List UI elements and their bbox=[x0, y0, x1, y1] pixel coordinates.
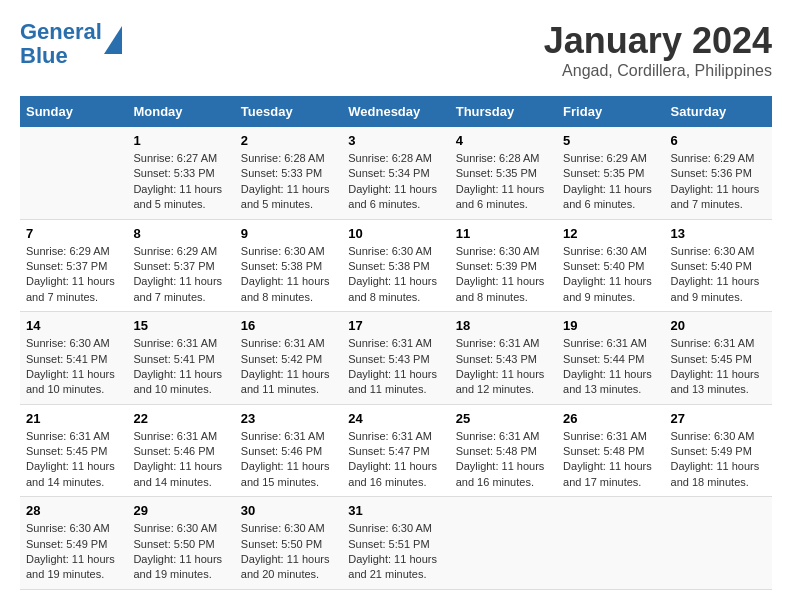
day-number: 24 bbox=[348, 411, 443, 426]
sunrise-text: Sunrise: 6:31 AM bbox=[671, 337, 755, 349]
daylight-text: Daylight: 11 hours and 9 minutes. bbox=[671, 275, 760, 302]
calendar-cell: 12 Sunrise: 6:30 AM Sunset: 5:40 PM Dayl… bbox=[557, 219, 664, 312]
calendar-cell: 19 Sunrise: 6:31 AM Sunset: 5:44 PM Dayl… bbox=[557, 312, 664, 405]
day-number: 19 bbox=[563, 318, 658, 333]
calendar-cell: 10 Sunrise: 6:30 AM Sunset: 5:38 PM Dayl… bbox=[342, 219, 449, 312]
sunrise-text: Sunrise: 6:31 AM bbox=[348, 430, 432, 442]
day-info: Sunrise: 6:31 AM Sunset: 5:44 PM Dayligh… bbox=[563, 336, 658, 398]
daylight-text: Daylight: 11 hours and 8 minutes. bbox=[241, 275, 330, 302]
daylight-text: Daylight: 11 hours and 11 minutes. bbox=[241, 368, 330, 395]
sunset-text: Sunset: 5:42 PM bbox=[241, 353, 322, 365]
day-number: 31 bbox=[348, 503, 443, 518]
sunset-text: Sunset: 5:39 PM bbox=[456, 260, 537, 272]
calendar-cell: 14 Sunrise: 6:30 AM Sunset: 5:41 PM Dayl… bbox=[20, 312, 127, 405]
daylight-text: Daylight: 11 hours and 6 minutes. bbox=[563, 183, 652, 210]
daylight-text: Daylight: 11 hours and 10 minutes. bbox=[26, 368, 115, 395]
daylight-text: Daylight: 11 hours and 19 minutes. bbox=[26, 553, 115, 580]
day-info: Sunrise: 6:31 AM Sunset: 5:48 PM Dayligh… bbox=[563, 429, 658, 491]
day-info: Sunrise: 6:31 AM Sunset: 5:41 PM Dayligh… bbox=[133, 336, 228, 398]
calendar-cell: 7 Sunrise: 6:29 AM Sunset: 5:37 PM Dayli… bbox=[20, 219, 127, 312]
calendar-cell: 28 Sunrise: 6:30 AM Sunset: 5:49 PM Dayl… bbox=[20, 497, 127, 590]
day-number: 7 bbox=[26, 226, 121, 241]
daylight-text: Daylight: 11 hours and 6 minutes. bbox=[348, 183, 437, 210]
day-number: 20 bbox=[671, 318, 766, 333]
calendar-cell: 11 Sunrise: 6:30 AM Sunset: 5:39 PM Dayl… bbox=[450, 219, 557, 312]
sunset-text: Sunset: 5:46 PM bbox=[133, 445, 214, 457]
sunset-text: Sunset: 5:50 PM bbox=[133, 538, 214, 550]
day-info: Sunrise: 6:29 AM Sunset: 5:37 PM Dayligh… bbox=[26, 244, 121, 306]
day-number: 5 bbox=[563, 133, 658, 148]
day-info: Sunrise: 6:30 AM Sunset: 5:40 PM Dayligh… bbox=[671, 244, 766, 306]
sunset-text: Sunset: 5:51 PM bbox=[348, 538, 429, 550]
daylight-text: Daylight: 11 hours and 17 minutes. bbox=[563, 460, 652, 487]
calendar-cell bbox=[665, 497, 772, 590]
sunrise-text: Sunrise: 6:30 AM bbox=[348, 245, 432, 257]
sunrise-text: Sunrise: 6:31 AM bbox=[133, 430, 217, 442]
calendar-cell: 29 Sunrise: 6:30 AM Sunset: 5:50 PM Dayl… bbox=[127, 497, 234, 590]
daylight-text: Daylight: 11 hours and 16 minutes. bbox=[456, 460, 545, 487]
day-number: 10 bbox=[348, 226, 443, 241]
sunrise-text: Sunrise: 6:29 AM bbox=[563, 152, 647, 164]
daylight-text: Daylight: 11 hours and 7 minutes. bbox=[26, 275, 115, 302]
daylight-text: Daylight: 11 hours and 8 minutes. bbox=[456, 275, 545, 302]
day-info: Sunrise: 6:30 AM Sunset: 5:49 PM Dayligh… bbox=[26, 521, 121, 583]
sunset-text: Sunset: 5:36 PM bbox=[671, 167, 752, 179]
day-info: Sunrise: 6:28 AM Sunset: 5:35 PM Dayligh… bbox=[456, 151, 551, 213]
sunrise-text: Sunrise: 6:30 AM bbox=[241, 522, 325, 534]
weekday-header: Wednesday bbox=[342, 96, 449, 127]
day-info: Sunrise: 6:31 AM Sunset: 5:46 PM Dayligh… bbox=[133, 429, 228, 491]
day-number: 18 bbox=[456, 318, 551, 333]
weekday-header-row: SundayMondayTuesdayWednesdayThursdayFrid… bbox=[20, 96, 772, 127]
calendar-table: SundayMondayTuesdayWednesdayThursdayFrid… bbox=[20, 96, 772, 590]
daylight-text: Daylight: 11 hours and 14 minutes. bbox=[133, 460, 222, 487]
svg-marker-0 bbox=[104, 26, 122, 54]
daylight-text: Daylight: 11 hours and 14 minutes. bbox=[26, 460, 115, 487]
sunset-text: Sunset: 5:49 PM bbox=[671, 445, 752, 457]
sunset-text: Sunset: 5:48 PM bbox=[456, 445, 537, 457]
day-number: 29 bbox=[133, 503, 228, 518]
sunrise-text: Sunrise: 6:31 AM bbox=[456, 430, 540, 442]
sunset-text: Sunset: 5:37 PM bbox=[133, 260, 214, 272]
sunrise-text: Sunrise: 6:30 AM bbox=[671, 245, 755, 257]
calendar-cell: 17 Sunrise: 6:31 AM Sunset: 5:43 PM Dayl… bbox=[342, 312, 449, 405]
sunrise-text: Sunrise: 6:27 AM bbox=[133, 152, 217, 164]
day-number: 13 bbox=[671, 226, 766, 241]
day-number: 30 bbox=[241, 503, 336, 518]
sunrise-text: Sunrise: 6:30 AM bbox=[348, 522, 432, 534]
calendar-cell: 6 Sunrise: 6:29 AM Sunset: 5:36 PM Dayli… bbox=[665, 127, 772, 219]
daylight-text: Daylight: 11 hours and 21 minutes. bbox=[348, 553, 437, 580]
calendar-week-row: 14 Sunrise: 6:30 AM Sunset: 5:41 PM Dayl… bbox=[20, 312, 772, 405]
day-number: 22 bbox=[133, 411, 228, 426]
daylight-text: Daylight: 11 hours and 10 minutes. bbox=[133, 368, 222, 395]
day-info: Sunrise: 6:31 AM Sunset: 5:48 PM Dayligh… bbox=[456, 429, 551, 491]
sunrise-text: Sunrise: 6:31 AM bbox=[241, 430, 325, 442]
calendar-cell: 5 Sunrise: 6:29 AM Sunset: 5:35 PM Dayli… bbox=[557, 127, 664, 219]
sunrise-text: Sunrise: 6:31 AM bbox=[26, 430, 110, 442]
day-number: 17 bbox=[348, 318, 443, 333]
sunrise-text: Sunrise: 6:31 AM bbox=[348, 337, 432, 349]
day-info: Sunrise: 6:28 AM Sunset: 5:34 PM Dayligh… bbox=[348, 151, 443, 213]
day-number: 12 bbox=[563, 226, 658, 241]
calendar-cell bbox=[557, 497, 664, 590]
day-info: Sunrise: 6:30 AM Sunset: 5:38 PM Dayligh… bbox=[241, 244, 336, 306]
day-info: Sunrise: 6:30 AM Sunset: 5:50 PM Dayligh… bbox=[133, 521, 228, 583]
daylight-text: Daylight: 11 hours and 7 minutes. bbox=[671, 183, 760, 210]
sunset-text: Sunset: 5:44 PM bbox=[563, 353, 644, 365]
day-info: Sunrise: 6:31 AM Sunset: 5:46 PM Dayligh… bbox=[241, 429, 336, 491]
weekday-header: Thursday bbox=[450, 96, 557, 127]
sunrise-text: Sunrise: 6:30 AM bbox=[671, 430, 755, 442]
calendar-cell: 16 Sunrise: 6:31 AM Sunset: 5:42 PM Dayl… bbox=[235, 312, 342, 405]
calendar-cell: 23 Sunrise: 6:31 AM Sunset: 5:46 PM Dayl… bbox=[235, 404, 342, 497]
day-number: 6 bbox=[671, 133, 766, 148]
day-info: Sunrise: 6:31 AM Sunset: 5:43 PM Dayligh… bbox=[456, 336, 551, 398]
sunrise-text: Sunrise: 6:30 AM bbox=[26, 337, 110, 349]
day-number: 9 bbox=[241, 226, 336, 241]
sunrise-text: Sunrise: 6:31 AM bbox=[563, 430, 647, 442]
weekday-header: Monday bbox=[127, 96, 234, 127]
calendar-cell: 26 Sunrise: 6:31 AM Sunset: 5:48 PM Dayl… bbox=[557, 404, 664, 497]
day-number: 11 bbox=[456, 226, 551, 241]
day-info: Sunrise: 6:30 AM Sunset: 5:50 PM Dayligh… bbox=[241, 521, 336, 583]
sunset-text: Sunset: 5:34 PM bbox=[348, 167, 429, 179]
sunset-text: Sunset: 5:35 PM bbox=[563, 167, 644, 179]
sunrise-text: Sunrise: 6:30 AM bbox=[563, 245, 647, 257]
